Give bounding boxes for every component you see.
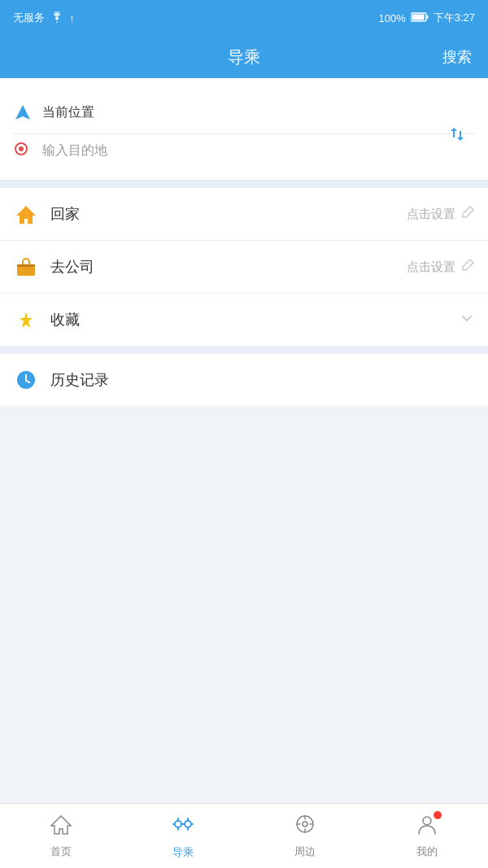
status-bar: 无服务 ↑ 100% 下午3:27 [0, 0, 488, 36]
favorites-pin-icon [13, 307, 39, 333]
time-text: 下午3:27 [434, 11, 475, 25]
home-label: 回家 [50, 204, 407, 224]
svg-marker-10 [51, 816, 71, 834]
guide-tab-icon [171, 812, 195, 842]
list-item-work[interactable]: 去公司 点击设置 [0, 241, 488, 294]
carrier-text: 无服务 [13, 11, 45, 25]
header-title: 导乘 [228, 46, 260, 68]
favorites-action[interactable] [459, 310, 475, 330]
tab-nearby[interactable]: 周边 [244, 813, 366, 859]
history-label: 历史记录 [50, 370, 475, 390]
swap-icon[interactable] [446, 105, 468, 164]
home-tab-icon [50, 813, 72, 841]
search-button[interactable]: 搜索 [442, 47, 472, 67]
home-action[interactable]: 点击设置 [407, 205, 475, 223]
current-location-row[interactable]: 当前位置 [13, 91, 475, 134]
briefcase-icon [13, 254, 39, 280]
list-item-home[interactable]: 回家 点击设置 [0, 188, 488, 241]
work-action[interactable]: 点击设置 [407, 258, 475, 276]
favorites-chevron-icon [459, 310, 475, 330]
tab-mine[interactable]: 我的 [366, 813, 488, 859]
section-divider-2 [0, 346, 488, 354]
home-action-text: 点击设置 [407, 207, 455, 222]
svg-point-5 [19, 146, 24, 151]
svg-point-12 [185, 821, 191, 827]
tab-bar: 首页 导乘 周边 [0, 803, 488, 868]
svg-rect-1 [412, 14, 424, 20]
nearby-tab-icon [294, 813, 316, 841]
destination-icon [13, 141, 33, 160]
svg-rect-2 [426, 15, 428, 19]
battery-icon [411, 12, 429, 24]
mine-badge-dot [434, 811, 442, 819]
status-left: 无服务 ↑ [13, 11, 75, 25]
app-header: 导乘 搜索 [0, 36, 488, 78]
favorites-label: 收藏 [50, 310, 459, 329]
work-label: 去公司 [50, 257, 407, 277]
charge-icon: ↑ [69, 12, 75, 24]
svg-rect-8 [17, 264, 35, 267]
history-clock-icon [13, 367, 39, 393]
guide-tab-label: 导乘 [172, 845, 194, 860]
destination-input[interactable] [42, 143, 475, 158]
mine-tab-icon [416, 816, 438, 840]
tab-guide[interactable]: 导乘 [122, 812, 244, 860]
battery-text: 100% [378, 12, 405, 24]
wifi-icon [50, 11, 64, 25]
svg-marker-6 [16, 206, 36, 224]
home-icon [13, 201, 39, 227]
mine-tab-badge-container [416, 813, 438, 841]
status-right: 100% 下午3:27 [378, 11, 475, 25]
nearby-tab-label: 周边 [294, 844, 316, 859]
svg-point-15 [423, 817, 431, 825]
tab-home[interactable]: 首页 [0, 813, 122, 859]
current-location-text: 当前位置 [42, 98, 475, 127]
svg-point-14 [303, 822, 307, 827]
svg-point-11 [175, 821, 181, 827]
mine-tab-label: 我的 [416, 844, 438, 859]
home-tab-label: 首页 [50, 844, 72, 859]
location-icon [13, 103, 33, 122]
work-edit-icon [460, 258, 475, 276]
quick-access-list: 回家 点击设置 去公司 点击设置 [0, 188, 488, 346]
destination-row[interactable] [13, 134, 475, 167]
section-divider-1 [0, 180, 488, 188]
list-item-history[interactable]: 历史记录 [0, 354, 488, 406]
home-edit-icon [460, 205, 475, 223]
history-section: 历史记录 [0, 354, 488, 406]
search-section: 当前位置 [0, 78, 488, 180]
work-action-text: 点击设置 [407, 260, 455, 275]
svg-marker-3 [15, 105, 30, 120]
list-item-favorites[interactable]: 收藏 [0, 294, 488, 346]
